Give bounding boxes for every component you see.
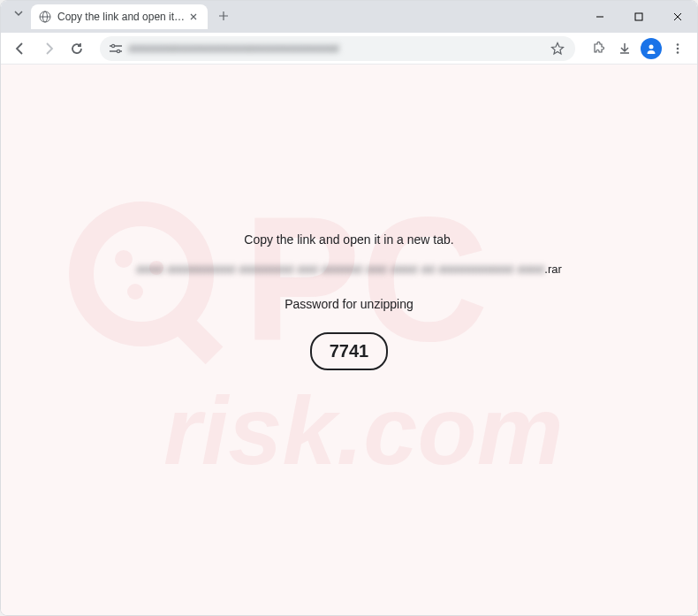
tab-close-button[interactable] xyxy=(186,10,201,24)
svg-point-9 xyxy=(649,44,654,49)
password-label: Password for unzipping xyxy=(285,297,413,311)
tune-icon xyxy=(109,43,123,54)
chevron-down-icon xyxy=(13,8,24,19)
url-text: ddddddddddddddddddddddddddddddddd xyxy=(128,42,543,55)
download-icon xyxy=(618,42,632,56)
star-icon xyxy=(550,42,565,56)
reload-button[interactable] xyxy=(64,36,89,61)
maximize-icon xyxy=(634,12,643,21)
svg-point-10 xyxy=(677,43,679,46)
password-value: 7741 xyxy=(310,332,389,370)
link-blurred-part: dddd dddddddddd dddddddd ddd dddddd ddd … xyxy=(136,262,544,276)
toolbar-right xyxy=(586,36,690,61)
extensions-button[interactable] xyxy=(586,36,611,61)
menu-button[interactable] xyxy=(665,36,690,61)
tab-title: Copy the link and open it in a n xyxy=(57,11,186,23)
reload-icon xyxy=(70,42,84,56)
browser-tab[interactable]: Copy the link and open it in a n xyxy=(31,4,208,29)
kebab-icon xyxy=(671,42,684,55)
back-button[interactable] xyxy=(8,36,33,61)
svg-point-8 xyxy=(117,49,119,52)
minimize-icon xyxy=(596,12,604,21)
svg-text:risk.com: risk.com xyxy=(163,376,563,484)
svg-point-11 xyxy=(677,47,679,49)
browser-window: Copy the link and open it in a n xyxy=(0,0,698,616)
titlebar: Copy the link and open it in a n xyxy=(1,1,697,33)
content-main: Copy the link and open it in a new tab. … xyxy=(1,65,697,370)
maximize-button[interactable] xyxy=(619,4,658,30)
address-bar[interactable]: ddddddddddddddddddddddddddddddddd xyxy=(100,36,575,61)
link-suffix: .rar xyxy=(544,262,562,276)
site-info-button[interactable] xyxy=(109,43,123,54)
tab-strip: Copy the link and open it in a n xyxy=(1,1,236,33)
download-link: dddd dddddddddd dddddddd ddd dddddd ddd … xyxy=(136,262,562,276)
svg-point-6 xyxy=(111,44,114,47)
globe-icon xyxy=(38,10,52,24)
close-window-button[interactable] xyxy=(658,4,697,30)
toolbar: ddddddddddddddddddddddddddddddddd xyxy=(1,33,697,65)
tab-search-button[interactable] xyxy=(10,4,27,22)
downloads-button[interactable] xyxy=(612,36,637,61)
close-icon xyxy=(190,13,197,20)
bookmark-button[interactable] xyxy=(549,40,566,57)
forward-button[interactable] xyxy=(36,36,61,61)
svg-rect-4 xyxy=(635,13,642,20)
minimize-button[interactable] xyxy=(580,4,619,30)
svg-point-12 xyxy=(677,51,679,54)
instruction-text: Copy the link and open it in a new tab. xyxy=(244,232,453,247)
arrow-right-icon xyxy=(42,42,56,56)
profile-button[interactable] xyxy=(639,36,664,61)
arrow-left-icon xyxy=(13,42,27,56)
new-tab-button[interactable] xyxy=(211,4,236,28)
close-icon xyxy=(673,12,682,21)
plus-icon xyxy=(218,11,229,21)
puzzle-icon xyxy=(591,42,605,56)
person-icon xyxy=(641,38,662,59)
page-content: PC risk.com Copy the link and open it in… xyxy=(1,65,697,615)
window-controls xyxy=(580,1,697,33)
